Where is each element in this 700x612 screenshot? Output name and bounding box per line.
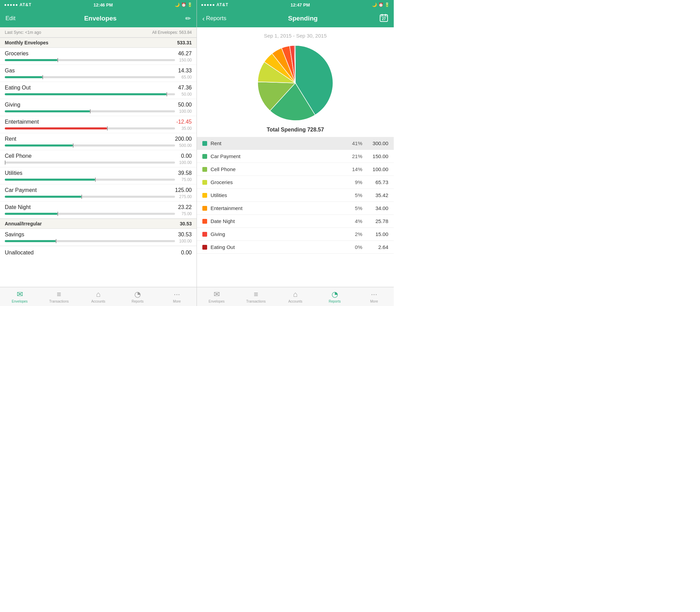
more-icon-right: ··· bbox=[371, 290, 377, 299]
list-item[interactable]: Groceries 46.27 150.00 bbox=[0, 48, 197, 65]
tab-more-right[interactable]: ··· More bbox=[354, 287, 394, 306]
list-item[interactable]: Giving 2% 15.00 bbox=[197, 228, 394, 241]
compose-icon[interactable]: ✏ bbox=[185, 14, 191, 23]
list-item[interactable]: Cell Phone 0.00 100.00 bbox=[0, 150, 197, 167]
progress-fill bbox=[5, 196, 81, 198]
env-budget: 150.00 bbox=[176, 58, 192, 62]
tab-reports-left[interactable]: ◔ Reports bbox=[118, 287, 157, 306]
progress-fill bbox=[5, 127, 107, 129]
envelopes-icon: ✉ bbox=[17, 290, 23, 299]
progress-track bbox=[5, 110, 175, 112]
progress-marker bbox=[81, 195, 82, 199]
left-nav-title: Envelopes bbox=[84, 15, 117, 22]
left-status-bar: ●●●●● AT&T 12:46 PM 🌙 ⏰ 🔋 bbox=[0, 0, 197, 10]
unallocated-row: Unallocated 0.00 bbox=[0, 246, 197, 259]
progress-marker bbox=[107, 126, 108, 130]
tab-accounts-right[interactable]: ⌂ Accounts bbox=[275, 287, 315, 306]
progress-marker bbox=[166, 92, 167, 96]
env-budget: 275.00 bbox=[176, 194, 192, 199]
list-item[interactable]: Car Payment 125.00 275.00 bbox=[0, 184, 197, 201]
tab-transactions-left[interactable]: ≡ Transactions bbox=[39, 287, 79, 306]
reports-icon-right: ◔ bbox=[332, 290, 338, 299]
env-name: Savings bbox=[5, 232, 24, 238]
monthly-envelopes: Groceries 46.27 150.00 Gas 14.33 bbox=[0, 48, 197, 219]
list-item[interactable]: Rent 200.00 500.00 bbox=[0, 133, 197, 150]
spending-color-indicator bbox=[202, 193, 207, 198]
progress-track bbox=[5, 144, 175, 147]
tab-reports-right-label: Reports bbox=[329, 300, 341, 303]
progress-track bbox=[5, 240, 175, 242]
pie-chart bbox=[247, 42, 343, 124]
spending-amount: 300.00 bbox=[368, 140, 388, 146]
list-item[interactable]: Eating Out 0% 2.64 bbox=[197, 241, 394, 254]
spending-amount: 25.78 bbox=[368, 218, 388, 224]
list-item[interactable]: Giving 50.00 100.00 bbox=[0, 99, 197, 116]
list-item[interactable]: Utilities 5% 35.42 bbox=[197, 189, 394, 202]
env-amount: 39.58 bbox=[178, 170, 192, 176]
tab-accounts-left[interactable]: ⌂ Accounts bbox=[79, 287, 118, 306]
right-nav-title: Spending bbox=[288, 15, 318, 22]
env-name: Cell Phone bbox=[5, 153, 31, 159]
tab-envelopes-left[interactable]: ✉ Envelopes bbox=[0, 287, 39, 306]
spending-amount: 100.00 bbox=[368, 166, 388, 172]
progress-track bbox=[5, 76, 175, 78]
spending-pct: 21% bbox=[345, 153, 362, 159]
list-item[interactable]: Groceries 9% 65.73 bbox=[197, 176, 394, 189]
right-tab-bar: ✉ Envelopes ≡ Transactions ⌂ Accounts ◔ … bbox=[197, 287, 394, 306]
list-item[interactable]: Entertainment 5% 34.00 bbox=[197, 202, 394, 215]
spending-pct: 5% bbox=[345, 205, 362, 211]
list-item[interactable]: Date Night 23.22 75.00 bbox=[0, 201, 197, 219]
tab-reports-right[interactable]: ◔ Reports bbox=[315, 287, 354, 306]
back-button[interactable]: ‹ Reports bbox=[202, 15, 226, 23]
spending-amount: 2.64 bbox=[368, 244, 388, 250]
list-item[interactable]: Entertainment -12.45 35.00 bbox=[0, 116, 197, 133]
tab-more-right-label: More bbox=[370, 300, 378, 303]
svg-text:27: 27 bbox=[382, 17, 386, 21]
calendar-icon[interactable]: 27 bbox=[379, 13, 388, 24]
edit-button[interactable]: Edit bbox=[5, 15, 15, 22]
sync-bar: Last Sync: <1m ago All Envelopes: 563.84 bbox=[0, 27, 197, 38]
progress-marker bbox=[57, 212, 58, 216]
tab-reports-left-label: Reports bbox=[132, 300, 144, 303]
all-envelopes-total: All Envelopes: 563.84 bbox=[152, 30, 192, 35]
spending-name: Utilities bbox=[211, 192, 345, 198]
savings-envelopes: Savings 30.53 100.00 bbox=[0, 229, 197, 246]
list-item[interactable]: Utilities 39.58 75.00 bbox=[0, 167, 197, 184]
list-item[interactable]: Gas 14.33 65.00 bbox=[0, 65, 197, 82]
spending-name: Groceries bbox=[211, 179, 345, 185]
list-item[interactable]: Rent 41% 300.00 bbox=[197, 137, 394, 150]
progress-marker bbox=[95, 178, 96, 182]
env-amount: -12.45 bbox=[176, 119, 192, 125]
spending-pct: 0% bbox=[345, 244, 362, 250]
left-nav-bar: Edit Envelopes ✏ bbox=[0, 10, 197, 27]
tab-accounts-left-label: Accounts bbox=[91, 300, 105, 303]
spending-color-indicator bbox=[202, 219, 207, 224]
left-carrier: ●●●●● AT&T bbox=[4, 2, 31, 7]
right-carrier: ●●●●● AT&T bbox=[201, 2, 228, 7]
spending-pct: 41% bbox=[345, 140, 362, 146]
spending-name: Giving bbox=[211, 231, 345, 237]
progress-marker bbox=[90, 109, 91, 113]
list-item[interactable]: Cell Phone 14% 100.00 bbox=[197, 163, 394, 176]
list-item[interactable]: Eating Out 47.36 50.00 bbox=[0, 82, 197, 99]
list-item[interactable]: Car Payment 21% 150.00 bbox=[197, 150, 394, 163]
list-item[interactable]: Date Night 4% 25.78 bbox=[197, 215, 394, 228]
list-item[interactable]: Savings 30.53 100.00 bbox=[0, 229, 197, 246]
progress-fill bbox=[5, 179, 95, 181]
spending-name: Eating Out bbox=[211, 244, 345, 250]
tab-more-left[interactable]: ··· More bbox=[157, 287, 197, 306]
total-spending-label: Total Spending 728.57 bbox=[267, 127, 324, 133]
spending-list: Rent 41% 300.00 Car Payment 21% 150.00 C… bbox=[197, 137, 394, 287]
left-time: 12:46 PM bbox=[94, 2, 113, 8]
progress-track bbox=[5, 127, 175, 129]
spending-name: Car Payment bbox=[211, 153, 345, 159]
env-amount: 30.53 bbox=[178, 232, 192, 238]
progress-marker bbox=[57, 58, 58, 62]
progress-track bbox=[5, 213, 175, 215]
tab-envelopes-left-label: Envelopes bbox=[12, 300, 28, 303]
spending-color-indicator bbox=[202, 167, 207, 172]
tab-transactions-right[interactable]: ≡ Transactions bbox=[236, 287, 275, 306]
env-amount: 200.00 bbox=[175, 136, 192, 142]
tab-envelopes-right[interactable]: ✉ Envelopes bbox=[197, 287, 236, 306]
spending-amount: 150.00 bbox=[368, 153, 388, 159]
